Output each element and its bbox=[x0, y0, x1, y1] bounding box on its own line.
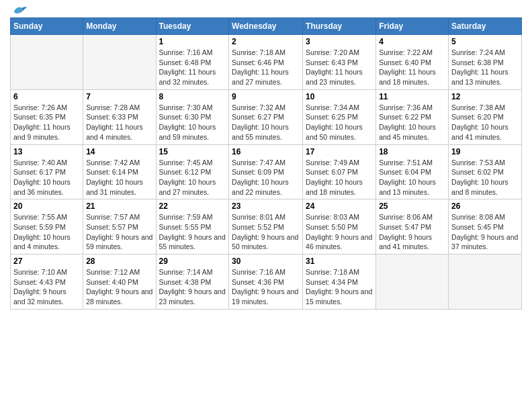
calendar-cell: 31Sunrise: 7:18 AMSunset: 4:34 PMDayligh… bbox=[303, 255, 376, 310]
calendar-cell: 1Sunrise: 7:16 AMSunset: 6:48 PMDaylight… bbox=[156, 35, 229, 90]
calendar-cell: 14Sunrise: 7:42 AMSunset: 6:14 PMDayligh… bbox=[83, 144, 156, 199]
calendar-cell bbox=[449, 255, 522, 310]
calendar-cell: 16Sunrise: 7:47 AMSunset: 6:09 PMDayligh… bbox=[229, 144, 303, 199]
weekday-header-wednesday: Wednesday bbox=[229, 18, 303, 35]
calendar-cell: 26Sunrise: 8:08 AMSunset: 5:45 PMDayligh… bbox=[449, 199, 522, 255]
day-info: Sunrise: 7:42 AMSunset: 6:14 PMDaylight:… bbox=[86, 158, 152, 197]
day-number: 7 bbox=[86, 92, 152, 101]
weekday-header-friday: Friday bbox=[376, 18, 449, 35]
calendar-cell bbox=[11, 35, 83, 90]
calendar-cell: 8Sunrise: 7:30 AMSunset: 6:30 PMDaylight… bbox=[156, 89, 229, 144]
day-info: Sunrise: 7:53 AMSunset: 6:02 PMDaylight:… bbox=[451, 158, 519, 197]
day-number: 2 bbox=[232, 37, 300, 46]
calendar-cell: 25Sunrise: 8:06 AMSunset: 5:47 PMDayligh… bbox=[376, 199, 449, 255]
calendar-cell: 18Sunrise: 7:51 AMSunset: 6:04 PMDayligh… bbox=[376, 144, 449, 199]
day-info: Sunrise: 7:30 AMSunset: 6:30 PMDaylight:… bbox=[159, 103, 226, 142]
calendar-cell: 3Sunrise: 7:20 AMSunset: 6:43 PMDaylight… bbox=[303, 35, 376, 90]
day-info: Sunrise: 7:24 AMSunset: 6:38 PMDaylight:… bbox=[451, 48, 519, 87]
day-info: Sunrise: 7:36 AMSunset: 6:22 PMDaylight:… bbox=[379, 103, 445, 142]
day-number: 23 bbox=[232, 201, 300, 211]
day-info: Sunrise: 7:14 AMSunset: 4:38 PMDaylight:… bbox=[159, 267, 226, 307]
calendar-cell: 27Sunrise: 7:10 AMSunset: 4:43 PMDayligh… bbox=[11, 255, 83, 310]
calendar-cell: 12Sunrise: 7:38 AMSunset: 6:20 PMDayligh… bbox=[449, 89, 522, 144]
day-info: Sunrise: 7:38 AMSunset: 6:20 PMDaylight:… bbox=[451, 103, 519, 142]
day-info: Sunrise: 7:34 AMSunset: 6:25 PMDaylight:… bbox=[306, 103, 373, 142]
calendar-cell: 9Sunrise: 7:32 AMSunset: 6:27 PMDaylight… bbox=[229, 89, 303, 144]
day-number: 9 bbox=[232, 92, 300, 101]
day-info: Sunrise: 7:32 AMSunset: 6:27 PMDaylight:… bbox=[232, 103, 300, 142]
calendar-cell: 6Sunrise: 7:26 AMSunset: 6:35 PMDaylight… bbox=[11, 89, 83, 144]
day-info: Sunrise: 7:55 AMSunset: 5:59 PMDaylight:… bbox=[13, 212, 80, 252]
day-number: 5 bbox=[451, 37, 519, 46]
calendar-cell: 17Sunrise: 7:49 AMSunset: 6:07 PMDayligh… bbox=[303, 144, 376, 199]
calendar-cell: 21Sunrise: 7:57 AMSunset: 5:57 PMDayligh… bbox=[83, 199, 156, 255]
calendar-cell: 29Sunrise: 7:14 AMSunset: 4:38 PMDayligh… bbox=[156, 255, 229, 310]
calendar-cell bbox=[376, 255, 449, 310]
day-number: 12 bbox=[451, 92, 519, 101]
day-info: Sunrise: 8:03 AMSunset: 5:50 PMDaylight:… bbox=[306, 212, 373, 252]
weekday-header-saturday: Saturday bbox=[449, 18, 522, 35]
day-number: 31 bbox=[306, 257, 373, 266]
day-number: 30 bbox=[232, 257, 300, 266]
day-number: 1 bbox=[159, 37, 226, 46]
calendar-cell: 4Sunrise: 7:22 AMSunset: 6:40 PMDaylight… bbox=[376, 35, 449, 90]
calendar-cell: 28Sunrise: 7:12 AMSunset: 4:40 PMDayligh… bbox=[83, 255, 156, 310]
day-info: Sunrise: 7:22 AMSunset: 6:40 PMDaylight:… bbox=[379, 48, 445, 87]
day-number: 28 bbox=[86, 257, 152, 266]
calendar-cell: 15Sunrise: 7:45 AMSunset: 6:12 PMDayligh… bbox=[156, 144, 229, 199]
day-number: 29 bbox=[159, 257, 226, 266]
calendar-table: SundayMondayTuesdayWednesdayThursdayFrid… bbox=[10, 17, 522, 310]
calendar-cell: 23Sunrise: 8:01 AMSunset: 5:52 PMDayligh… bbox=[229, 199, 303, 255]
day-info: Sunrise: 7:12 AMSunset: 4:40 PMDaylight:… bbox=[86, 267, 152, 307]
day-number: 18 bbox=[379, 147, 445, 156]
calendar-cell: 19Sunrise: 7:53 AMSunset: 6:02 PMDayligh… bbox=[449, 144, 522, 199]
day-info: Sunrise: 8:08 AMSunset: 5:45 PMDaylight:… bbox=[451, 212, 519, 252]
calendar-cell: 5Sunrise: 7:24 AMSunset: 6:38 PMDaylight… bbox=[449, 35, 522, 90]
day-info: Sunrise: 7:26 AMSunset: 6:35 PMDaylight:… bbox=[13, 103, 80, 142]
calendar-cell: 10Sunrise: 7:34 AMSunset: 6:25 PMDayligh… bbox=[303, 89, 376, 144]
bird-icon bbox=[13, 4, 28, 16]
day-number: 13 bbox=[13, 147, 80, 156]
day-info: Sunrise: 7:18 AMSunset: 6:46 PMDaylight:… bbox=[232, 48, 300, 87]
day-info: Sunrise: 7:20 AMSunset: 6:43 PMDaylight:… bbox=[306, 48, 373, 87]
day-number: 21 bbox=[86, 201, 152, 211]
day-number: 4 bbox=[379, 37, 445, 46]
day-number: 24 bbox=[306, 201, 373, 211]
calendar-cell: 20Sunrise: 7:55 AMSunset: 5:59 PMDayligh… bbox=[11, 199, 83, 255]
day-info: Sunrise: 7:16 AMSunset: 6:48 PMDaylight:… bbox=[159, 48, 226, 87]
day-number: 11 bbox=[379, 92, 445, 101]
day-number: 8 bbox=[159, 92, 226, 101]
day-info: Sunrise: 7:51 AMSunset: 6:04 PMDaylight:… bbox=[379, 158, 445, 197]
calendar-cell: 30Sunrise: 7:16 AMSunset: 4:36 PMDayligh… bbox=[229, 255, 303, 310]
day-number: 15 bbox=[159, 147, 226, 156]
day-info: Sunrise: 8:06 AMSunset: 5:47 PMDaylight:… bbox=[379, 212, 445, 252]
page-header bbox=[10, 7, 522, 13]
day-info: Sunrise: 7:49 AMSunset: 6:07 PMDaylight:… bbox=[306, 158, 373, 197]
weekday-header-thursday: Thursday bbox=[303, 18, 376, 35]
day-info: Sunrise: 7:45 AMSunset: 6:12 PMDaylight:… bbox=[159, 158, 226, 197]
weekday-header-monday: Monday bbox=[83, 18, 156, 35]
day-number: 27 bbox=[13, 257, 80, 266]
day-number: 10 bbox=[306, 92, 373, 101]
day-info: Sunrise: 8:01 AMSunset: 5:52 PMDaylight:… bbox=[232, 212, 300, 252]
day-info: Sunrise: 7:16 AMSunset: 4:36 PMDaylight:… bbox=[232, 267, 300, 307]
day-number: 14 bbox=[86, 147, 152, 156]
calendar-cell: 7Sunrise: 7:28 AMSunset: 6:33 PMDaylight… bbox=[83, 89, 156, 144]
day-info: Sunrise: 7:18 AMSunset: 4:34 PMDaylight:… bbox=[306, 267, 373, 307]
calendar-cell: 11Sunrise: 7:36 AMSunset: 6:22 PMDayligh… bbox=[376, 89, 449, 144]
day-number: 22 bbox=[159, 201, 226, 211]
day-info: Sunrise: 7:59 AMSunset: 5:55 PMDaylight:… bbox=[159, 212, 226, 252]
day-number: 20 bbox=[13, 201, 80, 211]
calendar-cell: 22Sunrise: 7:59 AMSunset: 5:55 PMDayligh… bbox=[156, 199, 229, 255]
weekday-header-sunday: Sunday bbox=[11, 18, 83, 35]
day-info: Sunrise: 7:47 AMSunset: 6:09 PMDaylight:… bbox=[232, 158, 300, 197]
day-number: 17 bbox=[306, 147, 373, 156]
day-info: Sunrise: 7:10 AMSunset: 4:43 PMDaylight:… bbox=[13, 267, 80, 307]
calendar-cell bbox=[83, 35, 156, 90]
day-info: Sunrise: 7:40 AMSunset: 6:17 PMDaylight:… bbox=[13, 158, 80, 197]
logo bbox=[10, 7, 28, 13]
day-number: 16 bbox=[232, 147, 300, 156]
day-number: 6 bbox=[13, 92, 80, 101]
calendar-cell: 24Sunrise: 8:03 AMSunset: 5:50 PMDayligh… bbox=[303, 199, 376, 255]
day-number: 25 bbox=[379, 201, 445, 211]
